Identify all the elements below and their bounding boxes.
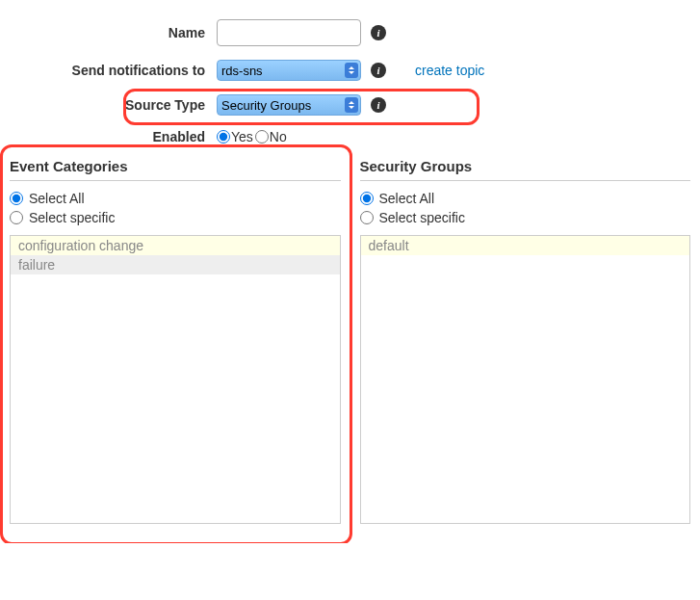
panel-security-groups: Security Groups Select All Select specif… — [360, 158, 691, 524]
label-source-type: Source Type — [10, 97, 217, 113]
list-item[interactable]: failure — [11, 255, 340, 274]
panel-event-categories: Event Categories Select All Select speci… — [10, 158, 341, 524]
create-topic-link[interactable]: create topic — [415, 63, 484, 78]
row-send-to: Send notifications to rds-sns i create t… — [10, 60, 690, 81]
radio-label: Select specific — [379, 210, 465, 225]
sg-select-all-radio[interactable]: Select All — [360, 191, 689, 206]
info-icon[interactable]: i — [371, 25, 386, 40]
list-item[interactable]: configuration change — [11, 236, 340, 255]
radio-label: Yes — [231, 129, 253, 144]
source-type-select[interactable]: Security Groups — [217, 94, 361, 116]
sg-listbox[interactable]: default — [360, 235, 691, 524]
ec-listbox[interactable]: configuration change failure — [10, 235, 341, 524]
row-enabled: Enabled Yes No — [10, 129, 690, 144]
info-icon[interactable]: i — [371, 63, 386, 78]
name-input[interactable] — [217, 19, 361, 46]
list-item[interactable]: default — [361, 236, 690, 255]
enabled-no-radio[interactable]: No — [255, 129, 287, 144]
radio-label: Select specific — [29, 210, 115, 225]
row-source-type: Source Type Security Groups i — [10, 94, 690, 116]
row-name: Name i — [10, 19, 690, 46]
radio-label: Select All — [379, 191, 435, 206]
enabled-yes-radio[interactable]: Yes — [217, 129, 253, 144]
label-enabled: Enabled — [10, 129, 217, 144]
sg-select-specific-radio[interactable]: Select specific — [360, 210, 689, 225]
radio-label: No — [270, 129, 287, 144]
panel-title: Event Categories — [10, 158, 341, 181]
label-name: Name — [10, 25, 217, 40]
label-send-to: Send notifications to — [10, 63, 217, 78]
panels-container: Event Categories Select All Select speci… — [10, 158, 690, 524]
ec-select-all-radio[interactable]: Select All — [10, 191, 339, 206]
panel-title: Security Groups — [360, 158, 691, 181]
info-icon[interactable]: i — [371, 97, 386, 113]
ec-select-specific-radio[interactable]: Select specific — [10, 210, 339, 225]
radio-label: Select All — [29, 191, 85, 206]
send-to-select[interactable]: rds-sns — [217, 60, 361, 81]
